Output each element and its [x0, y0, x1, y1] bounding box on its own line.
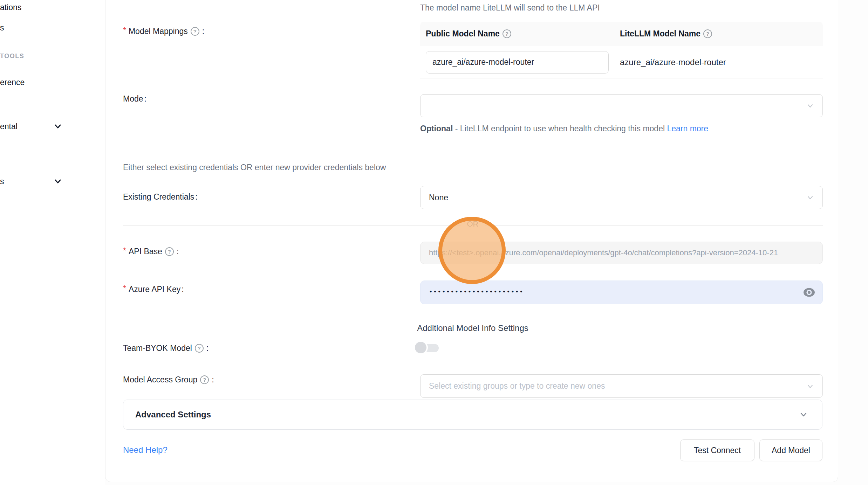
test-connect-button[interactable]: Test Connect — [680, 439, 754, 461]
required-marker: * — [123, 26, 126, 35]
need-help-link[interactable]: Need Help? — [123, 445, 168, 455]
sidebar: ations s TOOLS erence ental s — [0, 0, 105, 485]
sidebar-item-settings[interactable]: s — [0, 177, 4, 186]
sidebar-section-tools: TOOLS — [0, 53, 24, 60]
sidebar-item[interactable]: s — [0, 23, 4, 33]
required-marker: * — [123, 246, 126, 256]
model-name-helper-text: The model name LiteLLM will send to the … — [420, 3, 600, 13]
column-header-public-model-name: Public Model Name — [426, 29, 500, 39]
toggle-knob — [415, 342, 426, 353]
column-header-litellm-model-name: LiteLLM Model Name — [620, 29, 700, 39]
mode-select[interactable] — [420, 94, 823, 117]
team-byok-label: Team-BYOK Model ? : — [123, 344, 209, 353]
table-header-row: Public Model Name ? LiteLLM Model Name ? — [420, 22, 823, 46]
help-icon[interactable]: ? — [503, 29, 511, 38]
masked-api-key-value: •••••••••••••••••••••• — [430, 288, 525, 296]
azure-api-key-input[interactable]: •••••••••••••••••••••• — [420, 280, 823, 304]
model-mappings-label: * Model Mappings ? : — [123, 27, 204, 36]
advanced-settings-label: Advanced Settings — [135, 410, 211, 420]
chevron-down-icon — [799, 410, 808, 419]
mode-label: Mode: — [123, 94, 146, 104]
credentials-note: Either select existing credentials OR en… — [123, 163, 386, 172]
sidebar-item-organizations[interactable]: ations — [0, 3, 21, 12]
model-access-group-placeholder: Select existing groups or type to create… — [429, 381, 605, 391]
model-access-group-label: Model Access Group ? : — [123, 375, 214, 384]
chevron-down-icon — [806, 382, 814, 390]
sidebar-item-api-reference[interactable]: erence — [0, 78, 25, 87]
model-mappings-table: Public Model Name ? LiteLLM Model Name ?… — [420, 22, 823, 78]
advanced-settings-toggle[interactable]: Advanced Settings — [123, 400, 822, 430]
help-icon[interactable]: ? — [703, 29, 712, 38]
api-base-input[interactable]: https://<test>.openai.azure.com/openai/d… — [420, 242, 823, 264]
team-byok-toggle[interactable] — [415, 342, 439, 354]
model-access-group-select[interactable]: Select existing groups or type to create… — [420, 374, 823, 398]
add-model-form-card: The model name LiteLLM will send to the … — [105, 0, 838, 482]
chevron-down-icon — [53, 176, 63, 187]
api-base-value: https://<test>.openai.azure.com/openai/d… — [429, 248, 778, 257]
mode-help-text: Optional - LiteLLM endpoint to use when … — [420, 122, 722, 136]
required-marker: * — [123, 284, 126, 293]
public-model-name-input[interactable] — [426, 51, 609, 74]
help-icon[interactable]: ? — [200, 375, 209, 384]
info-section-label: Additional Model Info Settings — [411, 323, 535, 333]
table-row: azure_ai/azure-model-router — [420, 46, 823, 78]
existing-credentials-label: Existing Credentials: — [123, 192, 198, 202]
eye-icon[interactable] — [803, 287, 815, 298]
add-model-button[interactable]: Add Model — [759, 439, 822, 461]
litellm-model-name-value: azure_ai/azure-model-router — [620, 57, 726, 67]
azure-api-key-label: * Azure API Key : — [123, 285, 184, 294]
chevron-down-icon — [53, 121, 63, 132]
existing-credentials-value: None — [429, 193, 448, 202]
help-icon[interactable]: ? — [191, 27, 199, 36]
learn-more-link[interactable]: Learn more — [667, 124, 708, 133]
chevron-down-icon — [806, 194, 814, 201]
sidebar-item-experimental[interactable]: ental — [0, 122, 18, 131]
help-icon[interactable]: ? — [195, 344, 204, 353]
or-divider-label: OR — [461, 220, 485, 229]
existing-credentials-select[interactable]: None — [420, 186, 823, 209]
api-base-label: * API Base ? : — [123, 247, 179, 256]
chevron-down-icon — [806, 102, 814, 110]
help-icon[interactable]: ? — [165, 247, 174, 256]
